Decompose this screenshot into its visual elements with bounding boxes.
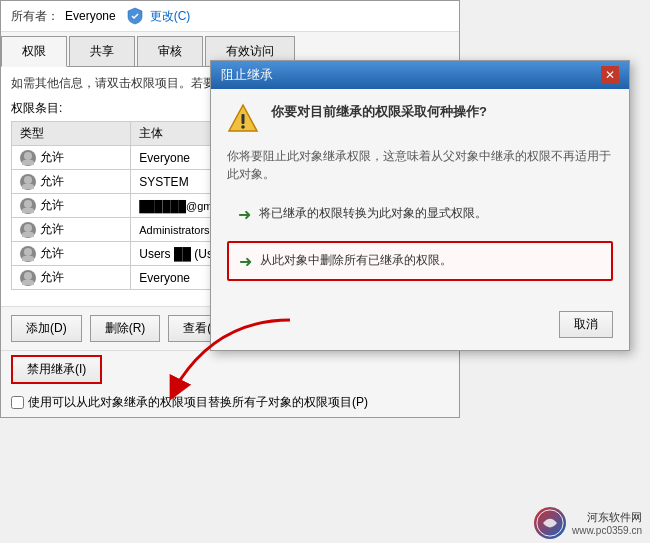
user-icon [20, 270, 36, 286]
dialog-window: 阻止继承 ✕ 你要对目前继承的权限采取何种操作? 你将要阻止此对象继承权限，这意… [210, 60, 630, 351]
option1-text: 将已继承的权限转换为此对象的显式权限。 [259, 204, 487, 222]
watermark-logo: 河东软件网 www.pc0359.cn [534, 507, 642, 539]
watermark-icon [534, 507, 566, 539]
inherit-button-row: 禁用继承(I) [1, 350, 459, 388]
warning-icon [227, 103, 259, 135]
tab-perms[interactable]: 权限 [1, 36, 67, 67]
dialog-description: 你将要阻止此对象继承权限，这意味着从父对象中继承的权限不再适用于此对象。 [227, 147, 613, 183]
user-icon [20, 222, 36, 238]
cell-type: 允许 [12, 170, 131, 194]
watermark-url: www.pc0359.cn [572, 525, 642, 536]
checkbox-label: 使用可以从此对象继承的权限项目替换所有子对象的权限项目(P) [28, 394, 368, 411]
user-icon [20, 198, 36, 214]
dialog-question-text: 你要对目前继承的权限采取何种操作? [271, 103, 487, 121]
dialog-title-bar: 阻止继承 ✕ [211, 61, 629, 89]
dialog-close-button[interactable]: ✕ [601, 66, 619, 84]
replace-checkbox[interactable] [11, 396, 24, 409]
dialog-body: 你要对目前继承的权限采取何种操作? 你将要阻止此对象继承权限，这意味着从父对象中… [211, 89, 629, 303]
option2[interactable]: ➜ 从此对象中删除所有已继承的权限。 [227, 241, 613, 281]
user-icon [20, 246, 36, 262]
arrow-right-icon-2: ➜ [239, 252, 252, 271]
watermark-info: 河东软件网 www.pc0359.cn [572, 510, 642, 536]
cell-type: 允许 [12, 194, 131, 218]
col-type: 类型 [12, 122, 131, 146]
change-link[interactable]: 更改(C) [150, 8, 191, 25]
svg-rect-1 [242, 114, 245, 124]
tab-audit[interactable]: 审核 [137, 36, 203, 66]
cell-type: 允许 [12, 146, 131, 170]
user-icon [20, 174, 36, 190]
cell-type: 允许 [12, 218, 131, 242]
watermark: 河东软件网 www.pc0359.cn [534, 507, 642, 539]
dialog-title: 阻止继承 [221, 66, 273, 84]
tab-share[interactable]: 共享 [69, 36, 135, 66]
option1[interactable]: ➜ 将已继承的权限转换为此对象的显式权限。 [227, 195, 613, 233]
owner-label: 所有者： [11, 8, 59, 25]
delete-button[interactable]: 删除(R) [90, 315, 161, 342]
shield-icon [126, 7, 144, 25]
owner-row: 所有者： Everyone 更改(C) [1, 1, 459, 32]
svg-point-2 [241, 125, 245, 129]
checkbox-row: 使用可以从此对象继承的权限项目替换所有子对象的权限项目(P) [1, 388, 459, 417]
cell-type: 允许 [12, 266, 131, 290]
watermark-site: 河东软件网 [572, 510, 642, 525]
arrow-right-icon-1: ➜ [238, 205, 251, 224]
disable-inherit-button[interactable]: 禁用继承(I) [11, 355, 102, 384]
cancel-button[interactable]: 取消 [559, 311, 613, 338]
dialog-header: 你要对目前继承的权限采取何种操作? [227, 103, 613, 135]
cell-type: 允许 [12, 242, 131, 266]
user-icon [20, 150, 36, 166]
option2-text: 从此对象中删除所有已继承的权限。 [260, 251, 452, 269]
owner-value: Everyone [65, 9, 116, 23]
dialog-footer: 取消 [211, 303, 629, 350]
add-button[interactable]: 添加(D) [11, 315, 82, 342]
